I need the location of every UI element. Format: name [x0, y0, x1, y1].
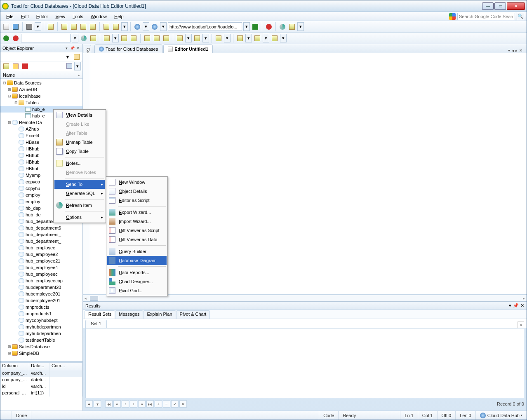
- tree-node[interactable]: mycopyhubdept: [0, 317, 82, 324]
- menu-file[interactable]: File: [3, 13, 17, 20]
- cancel-exec-button[interactable]: [12, 34, 20, 42]
- nav-cancel-button[interactable]: ✕: [179, 400, 187, 408]
- tool8-button[interactable]: [288, 23, 296, 31]
- tool7-button[interactable]: [112, 23, 120, 31]
- nav-next-button[interactable]: ›: [130, 400, 137, 408]
- tree-node[interactable]: myhubdepartmen: [0, 330, 82, 337]
- stop-button[interactable]: [265, 23, 273, 31]
- ctx-options[interactable]: Options▸: [54, 213, 105, 222]
- tree-node[interactable]: hub_employeec: [0, 271, 82, 277]
- nav-commit-button[interactable]: ✓: [171, 400, 179, 408]
- ctx-copy-table[interactable]: Copy Table: [54, 147, 105, 156]
- tree-node[interactable]: hubdepartment20: [0, 284, 82, 291]
- ctx-pivot-grid-[interactable]: Pivot Grid...: [107, 286, 167, 295]
- tree-node[interactable]: ⊟Tables: [0, 99, 82, 106]
- tool3-button[interactable]: [70, 23, 78, 31]
- ctx-object-details[interactable]: Object Details: [107, 187, 167, 196]
- nav-nextpage-button[interactable]: »: [138, 400, 146, 408]
- tree-tool3[interactable]: [21, 62, 29, 70]
- tree-node[interactable]: hubemployee201: [0, 291, 82, 297]
- panel-dropdown-icon[interactable]: ▾: [64, 46, 69, 51]
- tool1-button[interactable]: [47, 23, 55, 31]
- tb2-7[interactable]: [153, 34, 161, 42]
- minimize-button[interactable]: —: [482, 2, 494, 10]
- tb2-8[interactable]: [162, 34, 170, 42]
- ctx-query-builder[interactable]: Query Builder: [107, 247, 167, 256]
- menu-help[interactable]: Help: [111, 13, 127, 20]
- tree-tool1[interactable]: [2, 62, 10, 70]
- tb2-11[interactable]: [214, 34, 223, 42]
- browser-fwd-dropdown[interactable]: ▾: [160, 22, 167, 31]
- url-field[interactable]: http://www.toadsoft.com/toadclo...: [168, 22, 242, 31]
- tb2-13[interactable]: [253, 34, 261, 42]
- tree-node[interactable]: hub_department_: [0, 231, 82, 238]
- ctx-unmap-table[interactable]: Unmap Table: [54, 138, 105, 147]
- browser-back-button[interactable]: [133, 23, 141, 31]
- results-grid[interactable]: [85, 328, 524, 398]
- tree-root[interactable]: ⊟Data Sources: [0, 80, 82, 86]
- tool5-button[interactable]: [89, 23, 97, 31]
- tb2-4[interactable]: [120, 34, 128, 42]
- ctx-generate-sql[interactable]: Generate SQL▸: [54, 189, 105, 198]
- ctx-diff-viewer-as-script[interactable]: Diff Viewer as Script: [107, 226, 167, 235]
- tb2-6[interactable]: [143, 34, 151, 42]
- view-mode[interactable]: [65, 62, 73, 70]
- results-close-icon[interactable]: ✕: [520, 303, 524, 308]
- nav-last-button[interactable]: ⏭: [146, 400, 154, 408]
- column-row[interactable]: personal_...int(11): [0, 390, 82, 397]
- print-dropdown[interactable]: ▾: [35, 22, 41, 31]
- tree-node[interactable]: testInsertTable: [0, 337, 82, 343]
- print-button[interactable]: [25, 23, 33, 31]
- filter-clear-button[interactable]: [73, 53, 81, 61]
- tb2-5[interactable]: [129, 34, 138, 42]
- results-tab[interactable]: Pivot & Chart: [176, 310, 210, 319]
- tb2-10[interactable]: [193, 34, 201, 42]
- tool6-button[interactable]: [102, 23, 111, 31]
- status-hub[interactable]: Cloud Data Hub: [487, 413, 520, 418]
- tool4-button[interactable]: [79, 23, 87, 31]
- ctx-send-to[interactable]: Send To▸: [54, 180, 105, 189]
- tree-tool2[interactable]: [12, 62, 20, 70]
- tree-node[interactable]: hub_employee21: [0, 258, 82, 264]
- ctx-import-wizard-[interactable]: Import Wizard...: [107, 217, 167, 226]
- ctx-data-reports-[interactable]: Data Reports...: [107, 268, 167, 277]
- ctx-editor-as-script[interactable]: Editor as Script: [107, 196, 167, 205]
- result-set-tab[interactable]: Set 1: [85, 320, 107, 328]
- doc-tab[interactable]: Toad for Cloud Databases: [94, 45, 162, 53]
- results-tab[interactable]: Messages: [115, 310, 143, 319]
- tree-node[interactable]: hub_department6: [0, 225, 82, 231]
- column-row[interactable]: company_...dateti...: [0, 377, 82, 383]
- tree-node[interactable]: hub_employee: [0, 244, 82, 251]
- ctx-chart-designer-[interactable]: Chart Designer...: [107, 277, 167, 286]
- col-header-data[interactable]: Data...: [29, 363, 50, 370]
- nav-prevpage-button[interactable]: «: [113, 400, 121, 408]
- tool8-dropdown[interactable]: ▾: [297, 22, 304, 31]
- tb2-9[interactable]: [176, 34, 184, 42]
- nav-prev-button[interactable]: ‹: [122, 400, 129, 408]
- tree-node[interactable]: ⊞SimpleDB: [0, 350, 82, 357]
- menu-window[interactable]: Window: [87, 13, 110, 20]
- panel-close-icon[interactable]: ✕: [75, 46, 80, 51]
- tb2-12[interactable]: [236, 34, 244, 42]
- results-tab[interactable]: Result Sets: [85, 310, 115, 319]
- tree-node[interactable]: hub_department_: [0, 238, 82, 244]
- ctx-export-wizard-[interactable]: Export Wizard...: [107, 208, 167, 217]
- schema-dropdown[interactable]: ▾: [72, 34, 78, 42]
- search-input[interactable]: [457, 13, 515, 20]
- url-dropdown[interactable]: ▾: [243, 22, 250, 31]
- ctx-database-diagram[interactable]: Database Diagram: [107, 256, 167, 265]
- ctx-diff-viewer-as-data[interactable]: Diff Viewer as Data: [107, 235, 167, 244]
- nav-first-button[interactable]: ⏮: [105, 400, 113, 408]
- browser-fwd-button[interactable]: [151, 23, 159, 31]
- tb2-3[interactable]: [103, 34, 111, 42]
- refresh-button[interactable]: [278, 23, 287, 31]
- col-header-comment[interactable]: Com...: [50, 363, 82, 370]
- tree-node[interactable]: myhubdepartmen: [0, 324, 82, 330]
- ctx-new-window[interactable]: New Window: [107, 178, 167, 187]
- ctx-refresh-item[interactable]: Refresh Item: [54, 201, 105, 210]
- results-dropdown-icon[interactable]: ▾: [509, 303, 511, 308]
- menu-tools[interactable]: Tools: [69, 13, 87, 20]
- tool2-button[interactable]: [60, 23, 68, 31]
- nav-dropdown[interactable]: ▾: [94, 400, 101, 408]
- ctx-notes-[interactable]: Notes...: [54, 159, 105, 168]
